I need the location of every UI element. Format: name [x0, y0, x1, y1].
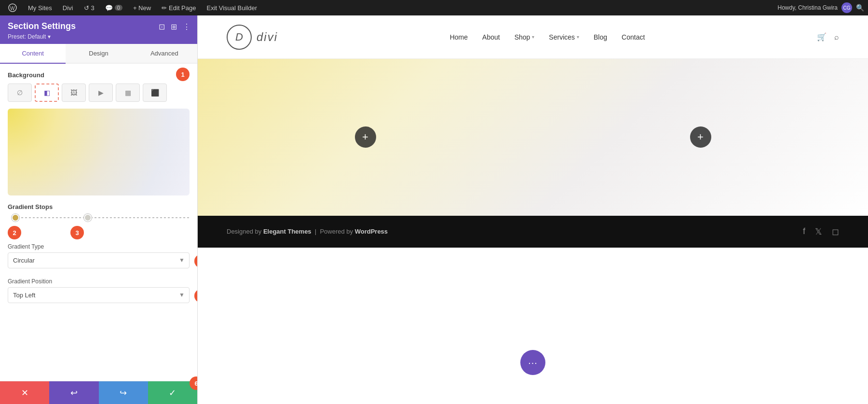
background-label: Background: [8, 71, 190, 79]
logo-text: divi: [257, 30, 278, 44]
panel-preset[interactable]: Preset: Default ▾: [8, 33, 190, 40]
search-icon[interactable]: ⌕: [834, 33, 839, 42]
video-icon: ▶: [98, 89, 104, 97]
logo-d-letter: D: [235, 31, 243, 43]
more-icon[interactable]: ⋮: [183, 22, 190, 31]
website-area: D divi Home About Shop ▾ Services ▾ Blog…: [198, 15, 868, 404]
new-button[interactable]: + New: [129, 0, 155, 15]
cancel-button[interactable]: ✕: [0, 381, 49, 404]
add-column-button-2[interactable]: +: [690, 126, 711, 148]
panel-actions: ✕ ↩ ↪ ✓ 6: [0, 381, 197, 404]
wordpress-link[interactable]: WordPress: [355, 228, 388, 235]
nav-shop[interactable]: Shop ▾: [515, 33, 535, 41]
tab-content[interactable]: Content: [0, 44, 66, 64]
step-badge-5: 5: [194, 289, 197, 303]
twitter-icon[interactable]: 𝕏: [815, 226, 822, 237]
gradient-type-label: Gradient Type: [8, 243, 190, 250]
svg-text:W: W: [10, 6, 15, 11]
pattern-icon: ▦: [125, 89, 131, 97]
bg-type-video[interactable]: ▶: [89, 84, 113, 102]
content-area: + + ···: [198, 59, 868, 216]
tab-design[interactable]: Design: [66, 44, 131, 64]
nav-about[interactable]: About: [482, 33, 500, 41]
panel-tabs: Content Design Advanced: [0, 44, 197, 64]
gradient-stops-label: Gradient Stops: [8, 203, 190, 210]
footer-text: Designed by Elegant Themes | Powered by …: [227, 228, 388, 235]
elegant-themes-link[interactable]: Elegant Themes: [263, 228, 312, 235]
gradient-icon: ◧: [44, 89, 50, 97]
gradient-position-group: Gradient Position Top Left Top Center To…: [8, 278, 190, 303]
gradient-stops-bar: [8, 214, 190, 221]
shop-chevron-icon: ▾: [532, 34, 534, 40]
admin-bar: W My Sites Divi ↺ 3 💬 0 + New ✏ Edit Pag…: [0, 0, 868, 15]
tab-advanced[interactable]: Advanced: [132, 44, 197, 64]
stop-handle-golden[interactable]: [12, 214, 19, 222]
nav-blog[interactable]: Blog: [594, 33, 607, 41]
nav-services[interactable]: Services ▾: [549, 33, 579, 41]
none-icon: ∅: [17, 89, 23, 97]
logo-circle: D: [227, 25, 252, 50]
step-badge-1: 1: [176, 68, 190, 81]
site-logo: D divi: [227, 25, 278, 50]
step-badge-4: 4: [194, 254, 197, 268]
site-footer: Designed by Elegant Themes | Powered by …: [198, 216, 868, 248]
layout-icon[interactable]: ⊞: [171, 22, 177, 31]
nav-icons: 🛒 ⌕: [817, 32, 839, 42]
undo-button[interactable]: ↩: [49, 381, 98, 404]
gradient-position-select[interactable]: Top Left Top Center Top Right Center Bot…: [8, 287, 190, 303]
redo-button[interactable]: ↪: [99, 381, 148, 404]
bg-type-color[interactable]: ◧: [35, 84, 59, 102]
history-button[interactable]: ↺ 3: [80, 0, 98, 15]
footer-social: f 𝕏 ◻: [803, 226, 839, 237]
nav-home[interactable]: Home: [450, 33, 468, 41]
bg-type-row: ∅ ◧ 🖼 ▶ ▦ ⬛: [8, 84, 190, 102]
stop-handle-light[interactable]: [84, 214, 92, 222]
step-badge-2: 2: [8, 226, 21, 239]
comments-button[interactable]: 💬 0: [101, 0, 126, 15]
nav-contact[interactable]: Contact: [622, 33, 645, 41]
wp-logo-button[interactable]: W: [4, 0, 21, 15]
confirm-button[interactable]: ✓ 6: [148, 381, 197, 404]
admin-search-icon[interactable]: 🔍: [856, 4, 864, 12]
site-nav: Home About Shop ▾ Services ▾ Blog Contac…: [450, 33, 645, 41]
gradient-stops-line: [21, 217, 190, 218]
my-sites-button[interactable]: My Sites: [24, 0, 56, 15]
services-chevron-icon: ▾: [577, 34, 579, 40]
divi-button[interactable]: Divi: [59, 0, 77, 15]
step-badge-6: 6: [190, 376, 198, 390]
edit-page-button[interactable]: ✏ Edit Page: [158, 0, 200, 15]
gradient-preview: [8, 109, 190, 195]
admin-user-area: Howdy, Christina Gwira CG 🔍: [778, 2, 864, 13]
image-icon: 🖼: [70, 89, 77, 97]
gradient-stops-section: Gradient Stops 2 3: [8, 203, 190, 236]
mask-icon: ⬛: [151, 89, 159, 97]
section-settings-panel: Section Settings Preset: Default ▾ ⊡ ⊞ ⋮…: [0, 15, 198, 404]
step-badge-3: 3: [70, 226, 84, 239]
panel-header: Section Settings Preset: Default ▾ ⊡ ⊞ ⋮: [0, 15, 197, 44]
bg-type-mask[interactable]: ⬛: [143, 84, 167, 102]
gradient-type-select[interactable]: Circular Linear Radial Conic: [8, 252, 190, 268]
panel-content: Background 1 ∅ ◧ 🖼 ▶: [0, 64, 197, 381]
instagram-icon[interactable]: ◻: [832, 226, 839, 237]
bg-type-pattern[interactable]: ▦: [116, 84, 140, 102]
responsive-icon[interactable]: ⊡: [159, 22, 165, 31]
facebook-icon[interactable]: f: [803, 226, 805, 237]
cart-icon[interactable]: 🛒: [817, 32, 827, 42]
add-column-button-1[interactable]: +: [355, 126, 376, 148]
bg-type-image[interactable]: 🖼: [62, 84, 86, 102]
panel-header-icons: ⊡ ⊞ ⋮: [159, 22, 190, 31]
exit-builder-button[interactable]: Exit Visual Builder: [203, 0, 261, 15]
site-header: D divi Home About Shop ▾ Services ▾ Blog…: [198, 15, 868, 59]
avatar[interactable]: CG: [841, 2, 852, 13]
floating-dots-button-main[interactable]: ···: [520, 350, 545, 375]
below-fold-area: ···: [198, 248, 868, 404]
bg-type-none[interactable]: ∅: [8, 84, 32, 102]
gradient-position-label: Gradient Position: [8, 278, 190, 285]
gradient-type-group: Gradient Type Circular Linear Radial Con…: [8, 243, 190, 268]
